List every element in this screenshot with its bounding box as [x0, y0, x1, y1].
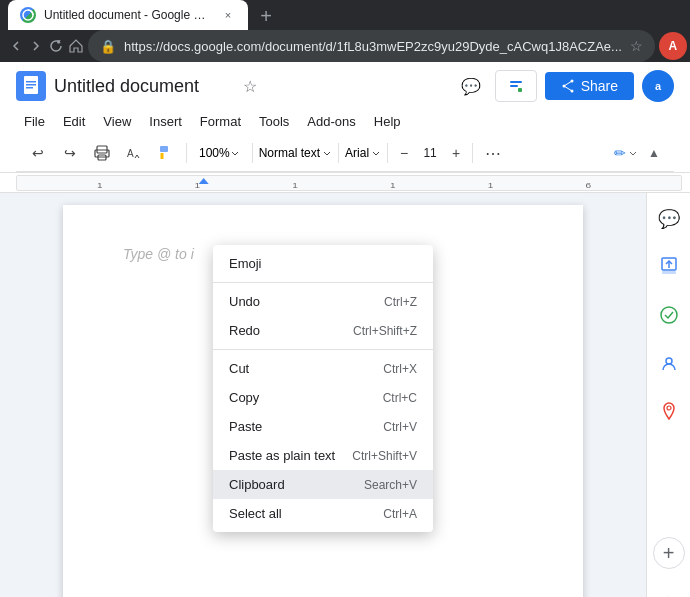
svg-line-11: [564, 81, 572, 86]
style-value: Normal text: [259, 146, 320, 160]
docs-title[interactable]: Untitled document: [54, 76, 235, 97]
context-menu: Emoji Undo Ctrl+Z Redo Ctrl+Shift+Z: [213, 245, 433, 532]
clipboard-menu-item[interactable]: Clipboard Search+V: [213, 470, 433, 499]
forward-button[interactable]: [28, 30, 44, 62]
paste-plain-shortcut: Ctrl+Shift+V: [352, 449, 417, 463]
redo-label: Redo: [229, 323, 260, 338]
view-menu[interactable]: View: [95, 110, 139, 133]
share-button[interactable]: Share: [545, 72, 634, 100]
spell-check-button[interactable]: A: [120, 139, 148, 167]
cut-shortcut: Ctrl+X: [383, 362, 417, 376]
select-all-shortcut: Ctrl+A: [383, 507, 417, 521]
more-toolbar-button[interactable]: ⋯: [479, 139, 507, 167]
redo-button[interactable]: ↪: [56, 139, 84, 167]
redo-menu-item[interactable]: Redo Ctrl+Shift+Z: [213, 316, 433, 345]
svg-text:6: 6: [586, 180, 592, 189]
cut-menu-item[interactable]: Cut Ctrl+X: [213, 354, 433, 383]
edit-menu[interactable]: Edit: [55, 110, 93, 133]
sidebar-maps-icon[interactable]: [651, 393, 687, 429]
svg-point-32: [667, 406, 671, 410]
copy-label: Copy: [229, 390, 259, 405]
file-menu[interactable]: File: [16, 110, 53, 133]
decrease-font-button[interactable]: −: [394, 143, 414, 163]
bookmark-star-icon[interactable]: ☆: [630, 38, 643, 54]
select-all-label: Select all: [229, 506, 282, 521]
ruler-area: 1 1 1 1 1 6: [0, 173, 690, 193]
docs-container: Untitled document ☆ 💬 Share a: [0, 62, 690, 597]
svg-text:A: A: [127, 148, 134, 159]
suggesting-mode-button[interactable]: [495, 70, 537, 102]
format-menu[interactable]: Format: [192, 110, 249, 133]
paste-label: Paste: [229, 419, 262, 434]
font-selector[interactable]: Arial: [345, 146, 381, 160]
svg-rect-7: [518, 88, 522, 92]
svg-rect-20: [17, 176, 681, 191]
add-sidebar-panel-button[interactable]: +: [653, 537, 685, 569]
comments-icon-button[interactable]: 💬: [455, 70, 487, 102]
font-size-value[interactable]: 11: [416, 146, 444, 160]
undo-menu-item[interactable]: Undo Ctrl+Z: [213, 287, 433, 316]
sidebar-comment-icon[interactable]: 💬: [651, 201, 687, 237]
undo-button[interactable]: ↩: [24, 139, 52, 167]
address-bar[interactable]: 🔒 https://docs.google.com/document/d/1fL…: [88, 30, 655, 62]
sidebar-upload-icon[interactable]: [651, 249, 687, 285]
reload-button[interactable]: [48, 30, 64, 62]
add-ons-menu[interactable]: Add-ons: [299, 110, 363, 133]
sidebar-contacts-icon[interactable]: [651, 345, 687, 381]
paste-plain-menu-item[interactable]: Paste as plain text Ctrl+Shift+V: [213, 441, 433, 470]
document-canvas[interactable]: Type @ to i Emoji Undo Ctrl+Z Redo: [0, 193, 646, 597]
nav-actions: A 👤 ⋮: [659, 30, 690, 62]
svg-rect-6: [510, 85, 518, 87]
toolbar-collapse-button[interactable]: ▲: [642, 141, 666, 165]
docs-header-actions: 💬 Share a: [455, 70, 674, 102]
url-text: https://docs.google.com/document/d/1fL8u…: [124, 39, 622, 54]
copy-shortcut: Ctrl+C: [383, 391, 417, 405]
zoom-selector[interactable]: 100%: [193, 144, 246, 162]
print-button[interactable]: [88, 139, 116, 167]
active-tab[interactable]: Untitled document - Google Doc... ×: [8, 0, 248, 30]
right-sidebar: 💬 + ›: [646, 193, 690, 597]
user-avatar[interactable]: a: [642, 70, 674, 102]
extension-icon[interactable]: A: [659, 32, 687, 60]
svg-line-12: [564, 86, 572, 91]
doc-placeholder-text: Type @ to i: [123, 246, 194, 262]
svg-text:a: a: [655, 80, 662, 92]
svg-text:1: 1: [390, 180, 396, 189]
redo-shortcut: Ctrl+Shift+Z: [353, 324, 417, 338]
style-selector[interactable]: Normal text: [259, 146, 332, 160]
share-label: Share: [581, 78, 618, 94]
navigation-bar: 🔒 https://docs.google.com/document/d/1fL…: [0, 30, 690, 62]
svg-text:1: 1: [292, 180, 298, 189]
browser-window: Untitled document - Google Doc... × + 🔒 …: [0, 0, 690, 597]
help-menu[interactable]: Help: [366, 110, 409, 133]
back-button[interactable]: [8, 30, 24, 62]
select-all-menu-item[interactable]: Select all Ctrl+A: [213, 499, 433, 528]
home-button[interactable]: [68, 30, 84, 62]
tab-favicon: [20, 7, 36, 23]
emoji-menu-item[interactable]: Emoji: [213, 249, 433, 278]
cut-label: Cut: [229, 361, 249, 376]
main-area: Type @ to i Emoji Undo Ctrl+Z Redo: [0, 193, 690, 597]
copy-menu-item[interactable]: Copy Ctrl+C: [213, 383, 433, 412]
svg-text:1: 1: [97, 180, 103, 189]
paint-format-button[interactable]: [152, 139, 180, 167]
svg-rect-2: [26, 81, 36, 83]
docs-title-row: Untitled document ☆ 💬 Share a: [16, 70, 674, 102]
pen-icon: ✏: [614, 145, 626, 161]
editing-mode-area[interactable]: ✏: [614, 145, 638, 161]
tab-bar: Untitled document - Google Doc... × +: [0, 0, 690, 30]
sidebar-collapse-button[interactable]: ›: [659, 589, 679, 597]
sidebar-tasks-icon[interactable]: [651, 297, 687, 333]
paste-plain-label: Paste as plain text: [229, 448, 335, 463]
paste-menu-item[interactable]: Paste Ctrl+V: [213, 412, 433, 441]
tab-title: Untitled document - Google Doc...: [44, 8, 212, 22]
docs-star-icon[interactable]: ☆: [243, 77, 257, 96]
new-tab-button[interactable]: +: [252, 2, 280, 30]
toolbar-separator-3: [338, 143, 339, 163]
tools-menu[interactable]: Tools: [251, 110, 297, 133]
lock-icon: 🔒: [100, 39, 116, 54]
tab-close-button[interactable]: ×: [220, 7, 236, 23]
increase-font-button[interactable]: +: [446, 143, 466, 163]
undo-shortcut: Ctrl+Z: [384, 295, 417, 309]
insert-menu[interactable]: Insert: [141, 110, 190, 133]
